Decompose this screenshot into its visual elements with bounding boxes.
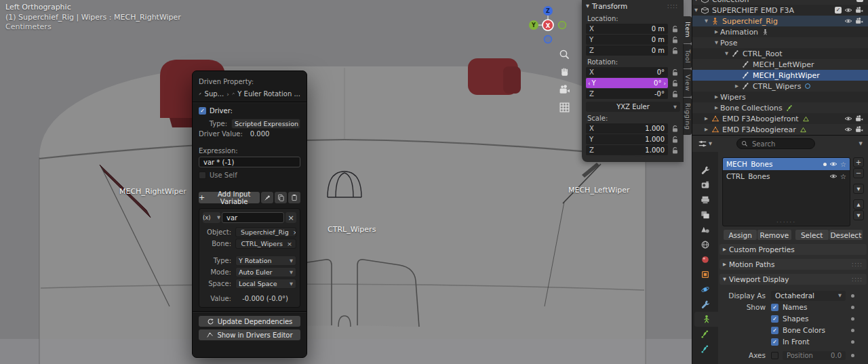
eye-icon[interactable]: [829, 160, 837, 168]
channel-type-dropdown[interactable]: Y Rotation ▼: [235, 256, 296, 266]
paste-driver-button[interactable]: [288, 192, 300, 203]
outliner-row-mech-leftwiper[interactable]: MECH_LeftWiper: [692, 59, 868, 70]
panel-drag-grip[interactable]: ::::: [667, 3, 678, 9]
viewport-3d[interactable]: Left Orthographic (1) Superchief_Rig | W…: [0, 0, 692, 364]
disclosure-icon[interactable]: ▶: [713, 105, 720, 110]
space-dropdown[interactable]: Local Space ▼: [235, 279, 296, 289]
eye-icon[interactable]: [844, 17, 852, 25]
eye-icon[interactable]: [829, 172, 837, 180]
eye-icon[interactable]: [844, 6, 852, 14]
clear-object-icon[interactable]: ×: [292, 228, 296, 236]
variable-bone-field[interactable]: CTRL_Wipers ×: [235, 239, 296, 249]
tab-tool[interactable]: Tool: [683, 44, 692, 68]
outliner-row-mech-rightwiper[interactable]: MECH_RightWiper: [692, 70, 868, 81]
remove-button[interactable]: Remove: [757, 230, 791, 240]
move-down-button[interactable]: ▼: [853, 210, 864, 220]
driver-checkbox[interactable]: ✓: [199, 107, 206, 115]
tab-world[interactable]: [692, 237, 718, 252]
tab-view-layer[interactable]: [692, 207, 718, 222]
exclude-checkbox[interactable]: ✓: [856, 0, 863, 2]
add-input-variable-button[interactable]: + Add Input Variable: [199, 192, 260, 203]
axes-position-slider[interactable]: Position 0.0: [783, 351, 846, 360]
outliner-row-emd-boogierear[interactable]: ▶ EMD F3Aboogierear: [692, 124, 868, 135]
scale-y-field[interactable]: Y1.000: [586, 134, 668, 144]
bone-collection-item[interactable]: CTRL_Bones ☆: [723, 170, 850, 182]
solo-star-icon[interactable]: ☆: [840, 173, 846, 180]
outliner-row-wipers[interactable]: ▶ Wipers: [692, 92, 868, 102]
outliner-row-emd-boogiefront[interactable]: ▶ EMD F3Aboogiefront: [692, 113, 868, 124]
bone-colors-checkbox[interactable]: ✓: [771, 327, 778, 334]
lock-icon[interactable]: [670, 125, 680, 133]
remove-collection-button[interactable]: −: [853, 168, 864, 178]
decorator-dot[interactable]: [851, 354, 854, 357]
driver-type-dropdown[interactable]: Scripted Expression ▼: [231, 119, 300, 129]
disclosure-icon[interactable]: ▼: [692, 7, 700, 13]
lock-icon[interactable]: [670, 47, 680, 55]
use-self-checkbox[interactable]: [199, 171, 206, 179]
lock-icon[interactable]: [670, 79, 680, 87]
tab-view[interactable]: View: [683, 69, 692, 97]
scale-x-field[interactable]: X1.000: [586, 123, 668, 134]
outliner-row-superchief-collection[interactable]: ▼ SUPERCHIEF EMD F3A ✓: [692, 5, 868, 16]
lock-icon[interactable]: [670, 36, 680, 44]
pan-hand-icon[interactable]: [558, 66, 570, 78]
eye-icon[interactable]: [844, 115, 852, 123]
tab-object[interactable]: [692, 267, 718, 282]
rotation-y-field-driven[interactable]: ‹Y0°›: [586, 78, 668, 88]
disclosure-icon[interactable]: ▼: [723, 51, 730, 56]
shapes-checkbox[interactable]: ✓: [771, 315, 778, 323]
camera-icon[interactable]: [855, 17, 863, 25]
deselect-button[interactable]: Deselect: [829, 230, 863, 240]
tab-modifiers[interactable]: [692, 297, 718, 312]
move-up-button[interactable]: ▲: [853, 199, 864, 209]
tab-output[interactable]: [692, 193, 718, 207]
update-dependencies-button[interactable]: Update Dependencies: [199, 316, 300, 327]
lock-icon[interactable]: [670, 146, 680, 155]
in-front-checkbox[interactable]: ✓: [771, 338, 778, 346]
tab-bone-constraints[interactable]: [692, 342, 718, 357]
outliner-row-ctrl-root[interactable]: ▼ CTRL_Root: [692, 48, 868, 59]
breadcrumb-object[interactable]: Sup...: [205, 90, 224, 98]
zoom-icon[interactable]: [558, 48, 570, 60]
panel-viewport-display[interactable]: ▼ Viewport Display ::::: [719, 274, 867, 285]
eyedropper-button[interactable]: [261, 192, 273, 203]
add-collection-button[interactable]: +: [853, 157, 864, 167]
camera-icon[interactable]: [855, 6, 863, 14]
expression-input[interactable]: var * (-1): [199, 157, 300, 167]
disclosure-icon[interactable]: ▶: [733, 83, 741, 89]
rotation-z-field[interactable]: Z-0°: [586, 89, 668, 99]
outliner-row-collection[interactable]: ▼ Collection ✓: [692, 0, 868, 5]
decorator-dot[interactable]: [851, 317, 854, 321]
tab-scene[interactable]: [692, 222, 718, 237]
tab-tool[interactable]: [692, 163, 718, 178]
clear-bone-icon[interactable]: ×: [285, 240, 294, 247]
solo-star-icon[interactable]: ☆: [840, 161, 846, 168]
search-input[interactable]: [751, 140, 805, 148]
axes-checkbox[interactable]: [771, 352, 778, 359]
location-y-field[interactable]: Y0 m: [586, 35, 668, 45]
tab-physics[interactable]: [692, 282, 718, 297]
display-as-dropdown[interactable]: Octahedral ▼: [771, 291, 846, 301]
disclosure-icon[interactable]: ▶: [713, 94, 720, 100]
camera-icon[interactable]: [855, 115, 863, 123]
camera-icon[interactable]: [855, 125, 863, 134]
outliner-row-bone-collections[interactable]: ▶ Bone Collections: [692, 102, 868, 113]
navigation-gizmo[interactable]: Z Y X: [527, 4, 569, 46]
rotation-x-field[interactable]: X0°: [586, 67, 668, 77]
disclosure-icon[interactable]: ▼: [692, 0, 700, 2]
lock-icon[interactable]: [670, 136, 680, 144]
assign-button[interactable]: Assign: [724, 230, 757, 240]
scale-z-field[interactable]: Z1.000: [586, 145, 668, 155]
show-in-drivers-editor-button[interactable]: Show in Drivers Editor: [199, 329, 300, 340]
lock-icon[interactable]: [670, 90, 680, 98]
panel-custom-properties[interactable]: ▶ Custom Properties: [719, 244, 867, 255]
decorator-dot[interactable]: [851, 340, 854, 344]
outliner-row-ctrl-wipers[interactable]: ▶ CTRL_Wipers: [692, 81, 868, 92]
stepper-left-icon[interactable]: ‹: [588, 80, 591, 87]
panel-motion-paths[interactable]: ▶ Motion Paths ::::: [719, 259, 867, 270]
eye-icon[interactable]: [844, 125, 852, 134]
filter-dropdown-icon[interactable]: ▼: [859, 141, 863, 146]
decorator-dot[interactable]: [851, 294, 854, 298]
tab-rigging[interactable]: Rigging: [683, 98, 692, 136]
select-button[interactable]: Select: [795, 230, 829, 240]
